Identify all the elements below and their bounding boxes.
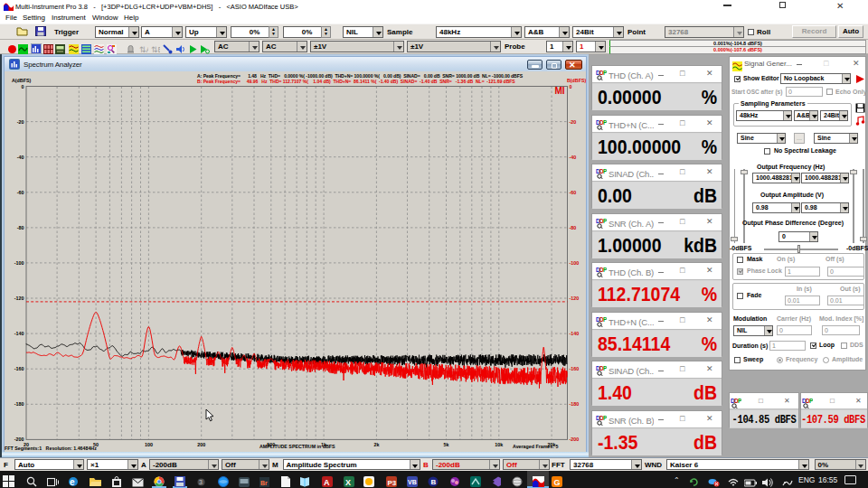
svg-text:P: P bbox=[603, 365, 607, 371]
svg-text:-200: -200 bbox=[570, 436, 580, 442]
svg-text:P: P bbox=[603, 168, 607, 174]
svg-text:P: P bbox=[738, 398, 741, 404]
svg-text:0: 0 bbox=[570, 84, 572, 89]
svg-text:A: A bbox=[324, 478, 330, 487]
svg-text:-60: -60 bbox=[570, 190, 577, 195]
svg-text:⇅A: ⇅A bbox=[139, 45, 148, 54]
svg-text:P: P bbox=[603, 119, 607, 126]
svg-text:G: G bbox=[554, 478, 561, 487]
svg-text:0: 0 bbox=[22, 84, 24, 89]
svg-text:-80: -80 bbox=[570, 225, 577, 230]
svg-text:-120: -120 bbox=[14, 296, 24, 301]
svg-text:-20: -20 bbox=[17, 119, 24, 125]
svg-text:-140: -140 bbox=[570, 331, 580, 336]
svg-text:3: 3 bbox=[199, 479, 203, 485]
svg-text:P: P bbox=[603, 415, 607, 421]
svg-text:MI: MI bbox=[554, 86, 564, 96]
svg-text:-180: -180 bbox=[14, 401, 24, 407]
svg-text:100: 100 bbox=[145, 442, 153, 447]
svg-text:-80: -80 bbox=[17, 225, 24, 230]
svg-text:VB: VB bbox=[408, 479, 417, 485]
svg-text:P: P bbox=[603, 316, 607, 323]
svg-text:200: 200 bbox=[197, 442, 205, 447]
svg-text:P: P bbox=[603, 70, 607, 76]
svg-text:e: e bbox=[70, 477, 75, 487]
svg-text:-100: -100 bbox=[570, 260, 580, 266]
svg-text:P3: P3 bbox=[388, 479, 397, 487]
svg-text:-40: -40 bbox=[570, 155, 577, 160]
svg-text:P: P bbox=[809, 398, 813, 404]
svg-text:⇅B: ⇅B bbox=[151, 45, 160, 54]
svg-text:Br: Br bbox=[260, 480, 268, 486]
svg-text:-120: -120 bbox=[570, 296, 580, 301]
svg-text:10k: 10k bbox=[495, 442, 503, 447]
svg-text:-60: -60 bbox=[17, 190, 24, 195]
svg-text:-20: -20 bbox=[570, 119, 577, 125]
svg-text:P: P bbox=[603, 218, 607, 224]
svg-text:-200: -200 bbox=[14, 436, 24, 442]
svg-text:-160: -160 bbox=[14, 366, 24, 371]
svg-text:2k: 2k bbox=[373, 442, 379, 447]
svg-text:-40: -40 bbox=[17, 155, 24, 160]
svg-text:P: P bbox=[603, 267, 607, 273]
svg-text:-180: -180 bbox=[570, 401, 580, 407]
svg-text:-100: -100 bbox=[14, 260, 24, 266]
svg-text:B: B bbox=[431, 478, 437, 486]
svg-text:-160: -160 bbox=[570, 366, 580, 371]
svg-text:-140: -140 bbox=[14, 331, 24, 336]
svg-text:5k: 5k bbox=[444, 442, 449, 447]
svg-text:X: X bbox=[345, 478, 351, 487]
